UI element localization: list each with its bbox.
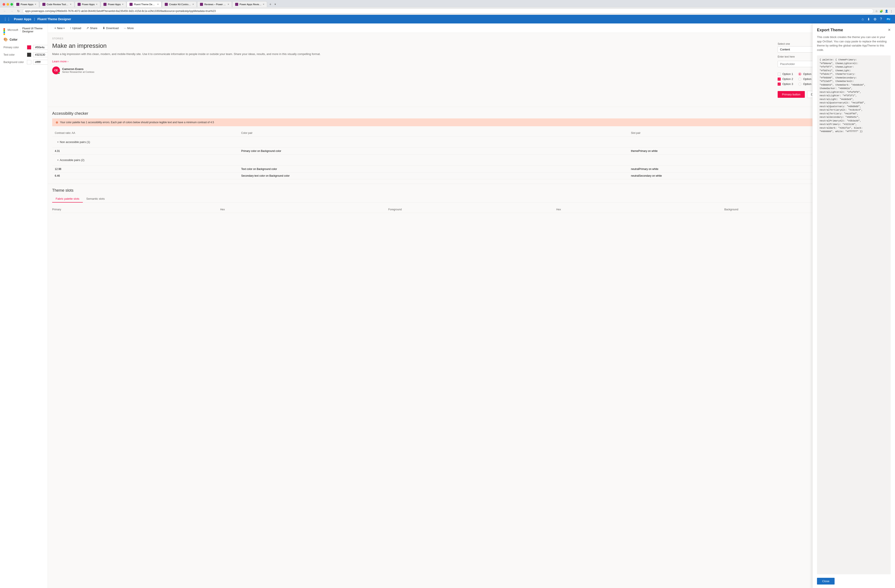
primary-button[interactable]: Primary button: [778, 91, 805, 98]
back-button[interactable]: ←: [2, 9, 8, 14]
slot-tab-fabric[interactable]: Fabric palette slots: [52, 195, 83, 203]
page-title: Fluent Theme Designer: [37, 17, 71, 21]
maximize-window-button[interactable]: [11, 3, 13, 6]
upload-label: Upload: [72, 27, 81, 30]
user-card: CE Cameron Evans Senior Researcher at Co…: [52, 67, 773, 74]
tab-close-4[interactable]: ×: [122, 3, 123, 6]
menu-icon[interactable]: ⋮: [890, 9, 893, 13]
tab-close-7[interactable]: ×: [228, 3, 229, 6]
forward-button[interactable]: →: [9, 9, 14, 14]
download-button[interactable]: ⬇ Download: [100, 25, 121, 31]
accessible-color-pair-2: Secondary text color on Background color: [239, 173, 628, 179]
accessibility-heading: Accessibility checker: [52, 111, 890, 116]
tab-close-8[interactable]: ×: [263, 3, 264, 6]
brand-product: Fluent UI Theme Designer: [23, 27, 44, 33]
tab-close-2[interactable]: ×: [70, 3, 71, 6]
checkbox-1[interactable]: [778, 73, 781, 76]
more-button[interactable]: ··· More: [122, 25, 136, 31]
export-panel-header: Export Theme ✕: [817, 28, 890, 32]
primary-color-row: Primary color: [3, 45, 44, 50]
accessible-group-header[interactable]: ▾ Accessible pairs (2): [52, 155, 890, 166]
radio-2[interactable]: [798, 77, 801, 80]
background-color-input[interactable]: [33, 60, 48, 65]
non-accessible-color-pair-1: Primary color on Background color: [239, 148, 628, 155]
tab-label-2: Code Review Tool Experim...: [47, 3, 69, 6]
share-button[interactable]: ↗ Share: [84, 25, 100, 31]
browser-tab-2[interactable]: Code Review Tool Experim... ×: [39, 1, 74, 7]
extensions-icon[interactable]: 🧩: [880, 9, 883, 13]
learn-more-link[interactable]: Learn more ›: [52, 60, 773, 63]
export-close-x-button[interactable]: ✕: [888, 28, 890, 32]
non-accessible-group-header[interactable]: ▾ Non accessible pairs (1): [52, 136, 890, 148]
checkbox-label-2: Option 2: [783, 77, 793, 80]
home-icon-button[interactable]: ⌂: [862, 17, 864, 21]
browser-tab-8[interactable]: Power Apps Review Tool... ×: [232, 1, 267, 7]
export-close-button[interactable]: Close: [817, 578, 834, 585]
text-color-input[interactable]: [33, 52, 48, 57]
url-bar[interactable]: apps.powerapps.com/play/2f6b0e93-7676-40…: [23, 9, 874, 14]
theme-slots-heading: Theme slots: [52, 188, 890, 193]
checkbox-3[interactable]: ✓: [778, 83, 781, 86]
download-label: Download: [106, 27, 119, 30]
accessible-ratio-2: 6.46: [52, 173, 239, 179]
upload-button[interactable]: ↑ Upload: [68, 25, 83, 31]
minimize-window-button[interactable]: [6, 3, 9, 6]
tab-close-6[interactable]: ×: [192, 3, 194, 6]
tab-close-5[interactable]: ×: [157, 3, 159, 6]
tab-close-3[interactable]: ×: [96, 3, 97, 6]
refresh-button[interactable]: ↻: [16, 9, 21, 14]
brand-logo: Microsoft | Fluent UI Theme Designer: [3, 27, 44, 33]
primary-color-input[interactable]: [33, 45, 48, 50]
tab-label-8: Power Apps Review Tool...: [240, 3, 261, 6]
address-bar: ← → ↻ apps.powerapps.com/play/2f6b0e93-7…: [0, 7, 895, 15]
close-window-button[interactable]: [3, 3, 5, 6]
new-tab-button[interactable]: +: [267, 2, 273, 7]
new-icon: +: [54, 26, 56, 30]
background-color-swatch[interactable]: [27, 60, 31, 64]
download-icon-button[interactable]: ⬇: [867, 17, 870, 21]
export-title: Export Theme: [817, 28, 843, 32]
select-value: Content: [780, 48, 790, 51]
slot-th-hex2: Hex: [557, 208, 723, 211]
profile-icon[interactable]: 👤: [885, 9, 888, 13]
tab-close-1[interactable]: ×: [35, 3, 36, 6]
radio-group: Option 1 Option 2 Option 3: [798, 72, 814, 87]
help-icon-button[interactable]: ?: [880, 17, 882, 21]
text-color-swatch[interactable]: [27, 53, 31, 57]
learn-more-label: Learn more: [52, 60, 67, 63]
share-icon: ↗: [86, 26, 89, 30]
radio-1[interactable]: [798, 73, 801, 76]
browser-tab-1[interactable]: Power Apps ×: [14, 1, 39, 7]
microsoft-logo: [3, 28, 6, 32]
traffic-lights: [2, 3, 13, 6]
tab-label-1: Power Apps: [21, 3, 33, 6]
browser-tab-7[interactable]: Reviews – Power Apps ×: [197, 1, 232, 7]
bookmark-star-icon[interactable]: ☆: [875, 9, 878, 13]
tab-dropdown-button[interactable]: ▾: [275, 3, 276, 6]
accessible-ratio-1: 12.98: [52, 166, 239, 173]
slot-tab-semantic[interactable]: Semantic slots: [83, 195, 108, 203]
user-online-indicator: [58, 72, 60, 74]
new-button[interactable]: + New ▾: [52, 25, 67, 31]
settings-icon-button[interactable]: ⚙: [874, 17, 877, 21]
user-avatar-button[interactable]: PU: [886, 16, 892, 22]
radio-label-1: Option 1: [803, 72, 814, 76]
app-bar: ⋮⋮ Power Apps | Fluent Theme Designer ⌂ …: [0, 15, 895, 23]
text-color-label: Text color: [3, 53, 25, 56]
browser-tab-4[interactable]: Power Apps ×: [101, 1, 126, 7]
new-label: New: [57, 27, 62, 30]
browser-tab-6[interactable]: Creator Kit Control Refere... ×: [162, 1, 197, 7]
content-toolbar: + New ▾ ↑ Upload ↗ Share ⬇ Download ··· …: [48, 23, 895, 33]
browser-tab-3[interactable]: Power Apps ×: [75, 1, 100, 7]
app-grid-button[interactable]: ⋮⋮: [3, 17, 11, 21]
accessible-row-2: 6.46 Secondary text color on Background …: [52, 173, 890, 179]
acc-table-header-color: Color pair: [239, 130, 628, 136]
browser-tab-5[interactable]: Fluent Theme Designer -... ×: [127, 1, 161, 7]
tab-favicon-1: [16, 3, 19, 6]
tab-favicon-4: [103, 3, 106, 6]
checkbox-2[interactable]: ✓: [778, 77, 781, 80]
non-accessible-chevron-icon: ▾: [58, 141, 58, 143]
color-section-icon: 🎨: [3, 37, 8, 41]
primary-color-swatch[interactable]: [27, 45, 31, 50]
radio-3[interactable]: [798, 83, 801, 86]
